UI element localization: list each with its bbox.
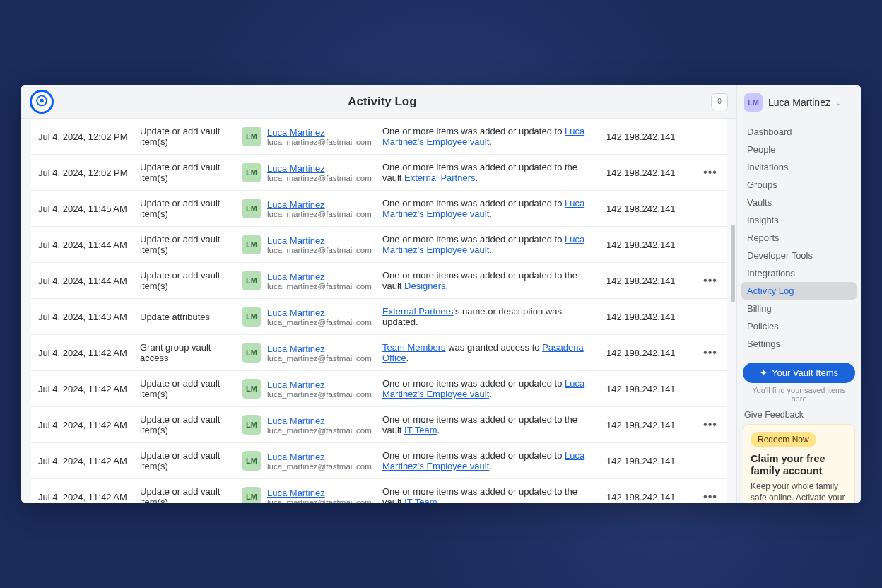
- cell-user: LMLuca Martinezluca_martinez@fastmail.co…: [242, 415, 380, 435]
- app-logo-icon[interactable]: ⦿: [30, 90, 54, 114]
- cell-date: Jul 4, 2024, 11:42 AM: [38, 384, 137, 394]
- table-row[interactable]: Jul 4, 2024, 11:42 AMUpdate or add vault…: [31, 371, 727, 407]
- cell-description: One or more items was added or updated t…: [382, 126, 604, 147]
- promo-title: Claim your free family account: [751, 453, 847, 478]
- scrollbar-thumb[interactable]: [731, 225, 735, 302]
- row-menu[interactable]: •••: [701, 346, 719, 359]
- more-icon[interactable]: •••: [703, 490, 717, 503]
- vault-link[interactable]: IT Team: [404, 425, 437, 435]
- vault-link[interactable]: External Partners: [382, 306, 453, 317]
- user-email: luca_martinez@fastmail.com: [267, 390, 372, 399]
- cell-action: Update or add vault item(s): [140, 270, 239, 291]
- vault-icon: ✦: [760, 368, 768, 378]
- cell-ip: 142.198.242.141: [606, 492, 698, 502]
- cell-date: Jul 4, 2024, 11:44 AM: [38, 276, 137, 286]
- header: ⦿ Activity Log 0: [21, 85, 736, 119]
- vault-link[interactable]: Luca Martinez's Employee vault: [382, 126, 584, 147]
- user-email: luca_martinez@fastmail.com: [267, 174, 372, 182]
- scrollbar-track[interactable]: [729, 119, 736, 503]
- cell-ip: 142.198.242.141: [606, 312, 698, 322]
- your-vault-items-button[interactable]: ✦ Your Vault Items: [743, 363, 855, 383]
- cell-description: External Partners's name or description …: [382, 306, 604, 327]
- user-email: luca_martinez@fastmail.com: [267, 246, 372, 254]
- cell-ip: 142.198.242.141: [606, 131, 698, 142]
- table-row[interactable]: Jul 4, 2024, 12:02 PMUpdate or add vault…: [31, 119, 727, 155]
- table-row[interactable]: Jul 4, 2024, 11:42 AMUpdate or add vault…: [31, 479, 727, 503]
- table-row[interactable]: Jul 4, 2024, 11:43 AMUpdate attributesLM…: [31, 299, 727, 335]
- user-link[interactable]: Luca Martinez: [267, 271, 372, 282]
- user-link[interactable]: Luca Martinez: [267, 163, 372, 174]
- table-row[interactable]: Jul 4, 2024, 11:42 AMUpdate or add vault…: [31, 407, 727, 443]
- vault-link[interactable]: Team Members: [382, 342, 446, 353]
- more-icon[interactable]: •••: [703, 274, 717, 287]
- vault-link[interactable]: Designers: [404, 281, 446, 291]
- sidebar-item-insights[interactable]: Insights: [741, 211, 857, 229]
- activity-log-table[interactable]: Jul 4, 2024, 12:02 PMUpdate or add vault…: [31, 119, 727, 503]
- cell-action: Update or add vault item(s): [140, 162, 239, 183]
- vault-link[interactable]: Luca Martinez's Employee vault: [382, 198, 584, 219]
- row-menu[interactable]: •••: [701, 274, 719, 287]
- sidebar-item-integrations[interactable]: Integrations: [741, 264, 857, 282]
- table-row[interactable]: Jul 4, 2024, 11:42 AMUpdate or add vault…: [31, 443, 727, 479]
- sidebar-item-policies[interactable]: Policies: [741, 317, 857, 335]
- user-link[interactable]: Luca Martinez: [267, 127, 372, 138]
- table-row[interactable]: Jul 4, 2024, 11:45 AMUpdate or add vault…: [31, 191, 727, 227]
- more-icon[interactable]: •••: [703, 346, 717, 359]
- user-link[interactable]: Luca Martinez: [267, 452, 372, 462]
- row-menu[interactable]: •••: [701, 166, 719, 179]
- sidebar-item-groups[interactable]: Groups: [741, 176, 857, 194]
- cell-description: One or more items was added or updated t…: [382, 486, 604, 503]
- user-link[interactable]: Luca Martinez: [267, 380, 372, 390]
- user-link[interactable]: Luca Martinez: [267, 235, 372, 246]
- redeem-now-button[interactable]: Redeem Now: [751, 432, 816, 447]
- cell-action: Update or add vault item(s): [140, 126, 239, 147]
- vault-link[interactable]: Luca Martinez's Employee vault: [382, 234, 584, 255]
- cell-description: One or more items was added or updated t…: [382, 378, 604, 399]
- user-link[interactable]: Luca Martinez: [267, 488, 372, 498]
- more-icon[interactable]: •••: [703, 166, 717, 179]
- cell-ip: 142.198.242.141: [606, 420, 698, 430]
- cell-description: One or more items was added or updated t…: [382, 198, 604, 219]
- profile-menu[interactable]: LM Luca Martinez ⌄: [737, 85, 861, 120]
- cell-action: Update or add vault item(s): [140, 414, 239, 435]
- user-link[interactable]: Luca Martinez: [267, 343, 372, 354]
- more-icon[interactable]: •••: [703, 418, 717, 431]
- vault-hint: You'll find your saved items here: [737, 386, 861, 403]
- cell-description: Team Members was granted access to Pasad…: [382, 342, 604, 363]
- user-avatar: LM: [242, 415, 261, 435]
- table-row[interactable]: Jul 4, 2024, 11:42 AMGrant group vault a…: [31, 335, 727, 371]
- vault-link[interactable]: Luca Martinez's Employee vault: [382, 378, 584, 399]
- user-link[interactable]: Luca Martinez: [267, 199, 372, 210]
- cell-user: LMLuca Martinezluca_martinez@fastmail.co…: [242, 307, 380, 327]
- promo-body: Keep your whole family safe online. Acti…: [751, 481, 847, 503]
- promo-card: Redeem Now Claim your free family accoun…: [743, 424, 855, 503]
- row-menu[interactable]: •••: [701, 418, 719, 431]
- sidebar-item-activity-log[interactable]: Activity Log: [741, 282, 857, 300]
- give-feedback-link[interactable]: Give Feedback: [737, 403, 861, 424]
- table-row[interactable]: Jul 4, 2024, 11:44 AMUpdate or add vault…: [31, 263, 727, 299]
- sidebar-item-vaults[interactable]: Vaults: [741, 194, 857, 211]
- sidebar-item-settings[interactable]: Settings: [741, 335, 857, 353]
- user-avatar: LM: [242, 343, 261, 363]
- sidebar-item-billing[interactable]: Billing: [741, 300, 857, 317]
- vault-link[interactable]: External Partners: [404, 172, 475, 183]
- sidebar-item-invitations[interactable]: Invitations: [741, 158, 857, 176]
- page-title: Activity Log: [54, 95, 711, 109]
- user-link[interactable]: Luca Martinez: [267, 416, 372, 426]
- table-row[interactable]: Jul 4, 2024, 11:44 AMUpdate or add vault…: [31, 227, 727, 263]
- user-email: luca_martinez@fastmail.com: [267, 426, 372, 435]
- vault-link[interactable]: IT Team: [404, 497, 437, 503]
- vault-button-label: Your Vault Items: [772, 368, 838, 378]
- user-link[interactable]: Luca Martinez: [267, 307, 372, 318]
- vault-link[interactable]: Luca Martinez's Employee vault: [382, 450, 584, 471]
- table-row[interactable]: Jul 4, 2024, 12:02 PMUpdate or add vault…: [31, 155, 727, 191]
- sidebar-item-dashboard[interactable]: Dashboard: [741, 123, 857, 141]
- row-menu[interactable]: •••: [701, 490, 719, 503]
- user-avatar: LM: [242, 127, 261, 146]
- sidebar-item-people[interactable]: People: [741, 141, 857, 158]
- notification-bell-icon[interactable]: 0: [711, 93, 728, 110]
- main-area: ⦿ Activity Log 0 Jul 4, 2024, 12:02 PMUp…: [21, 85, 736, 503]
- cell-user: LMLuca Martinezluca_martinez@fastmail.co…: [242, 487, 380, 503]
- sidebar-item-reports[interactable]: Reports: [741, 229, 857, 247]
- sidebar-item-developer-tools[interactable]: Developer Tools: [741, 247, 857, 264]
